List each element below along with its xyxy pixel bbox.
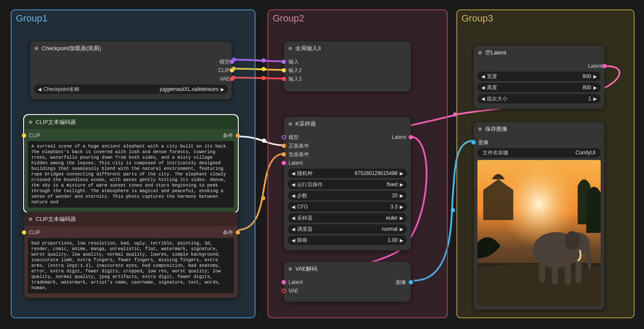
- prompt-textarea[interactable]: A surreal scene of a huge ancient elepha…: [28, 141, 234, 208]
- ksampler-widget-4[interactable]: ◀采样器euler▶: [288, 213, 407, 223]
- input-port-model[interactable]: [282, 135, 286, 139]
- ksampler-widget-6[interactable]: ◀降噪1.00▶: [288, 235, 407, 245]
- node-header[interactable]: CLIP文本编码器: [24, 212, 237, 226]
- input-port-vae[interactable]: [282, 289, 286, 293]
- widget-value: fixed: [326, 181, 398, 187]
- svg-rect-19: [576, 261, 582, 282]
- arrow-right-icon[interactable]: ▶: [399, 215, 404, 221]
- empty-latent-widget-2[interactable]: ◀批次大小1▶: [477, 94, 601, 103]
- node-header[interactable]: 空Latent: [474, 46, 604, 60]
- arrow-left-icon[interactable]: ◀: [291, 204, 295, 210]
- output-port-cond[interactable]: [236, 230, 240, 235]
- arrow-left-icon[interactable]: ◀: [291, 238, 295, 243]
- node-header[interactable]: K采样器: [284, 117, 410, 131]
- output-port-vae[interactable]: [230, 77, 234, 81]
- arrow-right-icon[interactable]: ▶: [593, 85, 597, 91]
- input-port-positive[interactable]: [282, 144, 286, 148]
- output-port-cond[interactable]: [236, 133, 240, 138]
- node-checkpoint-loader[interactable]: Checkpoint加载器(简易) 模型 CLIP VAE ◀ Checkpoi…: [30, 41, 232, 100]
- input-port-image[interactable]: [471, 140, 476, 145]
- input-port-negative[interactable]: [282, 152, 286, 157]
- collapse-dot-icon[interactable]: [289, 122, 292, 126]
- output-port-latent[interactable]: [409, 135, 413, 139]
- widget-label: 随机种: [297, 170, 313, 177]
- arrow-right-icon[interactable]: ▶: [399, 226, 404, 232]
- output-label-cond: 条件: [223, 229, 233, 236]
- output-port-clip[interactable]: [230, 68, 234, 72]
- output-port-model[interactable]: [230, 60, 234, 64]
- checkpoint-name-widget[interactable]: ◀ Checkpoint名称 juggernautXL.safetensors …: [34, 85, 228, 94]
- output-label-cond: 条件: [223, 132, 233, 139]
- node-header[interactable]: VAE解码: [284, 262, 410, 276]
- input-port-3[interactable]: [282, 77, 286, 81]
- arrow-right-icon[interactable]: ▶: [399, 193, 404, 199]
- filename-prefix-widget[interactable]: 文件名前缀 ComfyUI: [477, 148, 601, 157]
- widget-label: 高度: [487, 84, 497, 91]
- arrow-left-icon[interactable]: ◀: [291, 215, 295, 221]
- output-port-latent[interactable]: [602, 64, 607, 68]
- ksampler-widget-1[interactable]: ◀运行后操作fixed▶: [288, 180, 407, 189]
- input-port-clip[interactable]: [22, 133, 26, 138]
- input-label-3: 输入3: [289, 75, 302, 83]
- arrow-left-icon[interactable]: ◀: [481, 96, 485, 102]
- node-title: VAE解码: [295, 265, 317, 273]
- arrow-left-icon[interactable]: ◀: [37, 87, 42, 92]
- collapse-dot-icon[interactable]: [29, 217, 32, 221]
- widget-label: 采样器: [297, 214, 313, 222]
- widget-value: 3.3: [311, 204, 398, 210]
- input-label-model: 模型: [289, 134, 299, 141]
- node-title: K采样器: [295, 120, 316, 128]
- node-vae-decode[interactable]: VAE解码 Latent 图像 VAE: [284, 262, 411, 302]
- node-clip-text-encode-positive[interactable]: CLIP文本编码器 CLIP 条件 A surreal scene of a h…: [24, 115, 238, 212]
- arrow-left-icon[interactable]: ◀: [291, 182, 295, 187]
- empty-latent-widget-1[interactable]: ◀高度800▶: [477, 83, 601, 92]
- node-header[interactable]: 保存图像: [474, 122, 604, 136]
- image-preview[interactable]: [477, 160, 601, 306]
- node-header[interactable]: Checkpoint加载器(简易): [30, 42, 231, 55]
- arrow-left-icon[interactable]: ◀: [291, 193, 295, 199]
- arrow-right-icon[interactable]: ▶: [593, 74, 597, 79]
- node-ksampler[interactable]: K采样器 模型 Latent 正面条件 负面条件 Latent ◀随机种6752…: [284, 117, 411, 251]
- empty-latent-widget-0[interactable]: ◀宽度800▶: [477, 72, 601, 81]
- node-header[interactable]: 全局输入3: [284, 42, 410, 55]
- ksampler-widget-2[interactable]: ◀步数20▶: [288, 191, 407, 200]
- arrow-left-icon[interactable]: ◀: [291, 171, 295, 176]
- collapse-dot-icon[interactable]: [35, 47, 38, 50]
- arrow-left-icon[interactable]: ◀: [481, 85, 485, 91]
- collapse-dot-icon[interactable]: [289, 47, 292, 50]
- node-save-image[interactable]: 保存图像 图像 文件名前缀 ComfyUI: [474, 122, 605, 310]
- collapse-dot-icon[interactable]: [478, 51, 482, 54]
- arrow-right-icon[interactable]: ▶: [220, 87, 225, 92]
- arrow-right-icon[interactable]: ▶: [399, 182, 404, 187]
- output-label-latent: Latent: [392, 134, 406, 140]
- collapse-dot-icon[interactable]: [478, 127, 482, 131]
- output-label-image: 图像: [396, 279, 406, 286]
- collapse-dot-icon[interactable]: [29, 121, 32, 124]
- input-port-latent[interactable]: [282, 161, 286, 165]
- input-port-latent[interactable]: [282, 280, 286, 284]
- input-port-2[interactable]: [282, 68, 286, 72]
- prompt-textarea[interactable]: bad proportions, low resolution, bad, ug…: [28, 238, 234, 293]
- widget-label: 步数: [297, 192, 307, 199]
- arrow-left-icon[interactable]: ◀: [481, 74, 485, 79]
- ksampler-widget-0[interactable]: ◀随机种675280129015498▶: [288, 169, 407, 178]
- node-clip-text-encode-negative[interactable]: CLIP文本编码器 CLIP 条件 bad proportions, low r…: [24, 212, 238, 298]
- input-port-1[interactable]: [282, 60, 286, 64]
- output-port-image[interactable]: [409, 280, 413, 284]
- ksampler-widget-3[interactable]: ◀CFG3.3▶: [288, 202, 407, 211]
- ksampler-widget-5[interactable]: ◀调度器normal▶: [288, 224, 407, 234]
- collapse-dot-icon[interactable]: [289, 267, 292, 271]
- output-label-clip: CLIP: [218, 67, 230, 73]
- svg-point-5: [261, 76, 266, 80]
- widget-value: 800: [501, 73, 591, 79]
- node-global-input-3[interactable]: 全局输入3 输入 输入2 输入3: [284, 41, 411, 92]
- node-empty-latent[interactable]: 空Latent Latent ◀宽度800▶◀高度800▶◀批次大小1▶: [474, 45, 605, 109]
- arrow-left-icon[interactable]: ◀: [291, 226, 295, 232]
- node-header[interactable]: CLIP文本编码器: [24, 115, 237, 129]
- input-port-clip[interactable]: [22, 230, 26, 235]
- arrow-right-icon[interactable]: ▶: [593, 96, 597, 102]
- arrow-right-icon[interactable]: ▶: [399, 204, 404, 210]
- input-label-1: 输入: [289, 58, 299, 66]
- arrow-right-icon[interactable]: ▶: [399, 238, 404, 243]
- arrow-right-icon[interactable]: ▶: [399, 171, 404, 176]
